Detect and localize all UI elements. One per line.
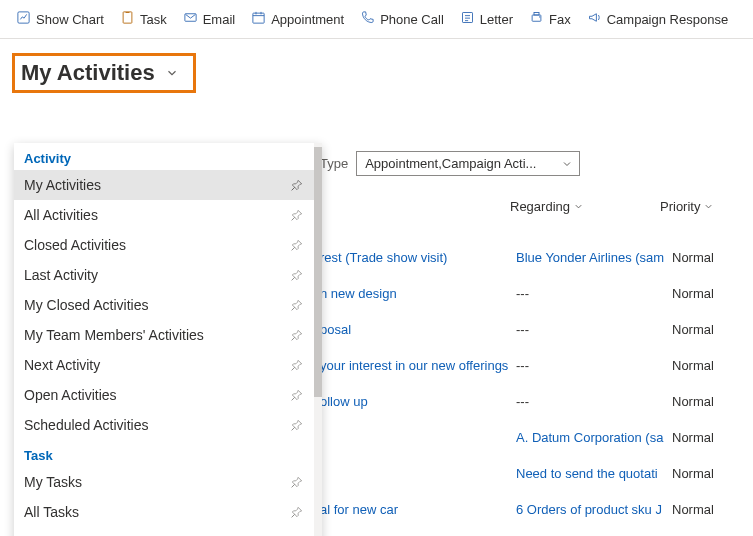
toolbar-label: Campaign Response (607, 12, 728, 27)
pin-icon[interactable] (290, 268, 304, 282)
cell-regarding[interactable]: Need to send the quotati (516, 466, 672, 481)
email-icon (183, 10, 198, 28)
toolbar-campaign-response[interactable]: Campaign Response (581, 7, 734, 31)
cell-regarding[interactable]: 6 Orders of product sku J (516, 502, 672, 517)
pin-icon[interactable] (290, 358, 304, 372)
cell-regarding: --- (516, 358, 672, 373)
cell-subject[interactable]: your interest in our new offerings (320, 358, 516, 373)
toolbar-label: Phone Call (380, 12, 444, 27)
phone-icon (360, 10, 375, 28)
view-option-label: Next Activity (24, 357, 100, 373)
pin-icon[interactable] (290, 208, 304, 222)
toolbar-label: Appointment (271, 12, 344, 27)
cell-subject[interactable]: ollow up (320, 394, 516, 409)
view-option[interactable]: All Tasks (14, 497, 314, 527)
campaign-icon (587, 10, 602, 28)
toolbar-phone-call[interactable]: Phone Call (354, 7, 450, 31)
cell-priority: Normal (672, 286, 742, 301)
activity-type-label: Type (320, 156, 348, 171)
cell-priority: Normal (672, 322, 742, 337)
activity-type-select[interactable]: Appointment,Campaign Acti... (356, 151, 580, 176)
view-group-header: Task (14, 440, 314, 467)
view-option[interactable]: My Tasks (14, 467, 314, 497)
view-option[interactable]: All Activities (14, 200, 314, 230)
column-header-priority-label: Priority (660, 199, 700, 214)
fax-icon (529, 10, 544, 28)
letter-icon (460, 10, 475, 28)
view-option[interactable]: My Closed Activities (14, 290, 314, 320)
cell-regarding[interactable]: A. Datum Corporation (sa (516, 430, 672, 445)
dropdown-scrollbar-track[interactable] (314, 143, 322, 536)
view-option[interactable]: Next Activity (14, 350, 314, 380)
cell-priority: Normal (672, 502, 742, 517)
command-bar: Show ChartTaskEmailAppointmentPhone Call… (0, 0, 753, 39)
pin-icon[interactable] (290, 505, 304, 519)
toolbar-task[interactable]: Task (114, 7, 173, 31)
view-option[interactable]: Last Activity (14, 260, 314, 290)
pin-icon[interactable] (290, 298, 304, 312)
view-option-label: Scheduled Activities (24, 417, 149, 433)
cell-regarding: --- (516, 322, 672, 337)
pin-icon[interactable] (290, 238, 304, 252)
cell-priority: Normal (672, 394, 742, 409)
toolbar-email[interactable]: Email (177, 7, 242, 31)
view-group-header: Phone Call (14, 527, 314, 536)
pin-icon[interactable] (290, 328, 304, 342)
svg-rect-1 (123, 12, 132, 23)
dropdown-scrollbar-thumb[interactable] (314, 147, 322, 397)
chevron-down-icon (573, 201, 584, 212)
view-option[interactable]: My Activities (14, 170, 314, 200)
toolbar-appointment[interactable]: Appointment (245, 7, 350, 31)
view-option-label: My Tasks (24, 474, 82, 490)
task-icon (120, 10, 135, 28)
chevron-down-icon (165, 66, 179, 80)
toolbar-label: Show Chart (36, 12, 104, 27)
toolbar-label: Task (140, 12, 167, 27)
view-option-label: My Team Members' Activities (24, 327, 204, 343)
svg-rect-5 (532, 15, 541, 21)
activity-type-value: Appointment,Campaign Acti... (365, 156, 536, 171)
view-option[interactable]: Scheduled Activities (14, 410, 314, 440)
view-option[interactable]: My Team Members' Activities (14, 320, 314, 350)
activity-type-filter-row: Type Appointment,Campaign Acti... (320, 151, 580, 176)
view-selector[interactable]: My Activities (12, 53, 196, 93)
cell-priority: Normal (672, 430, 742, 445)
svg-point-7 (539, 16, 540, 17)
cell-priority: Normal (672, 358, 742, 373)
cell-subject[interactable]: al for new car (320, 502, 516, 517)
svg-rect-3 (253, 13, 264, 23)
chevron-down-icon (561, 158, 573, 170)
column-header-subject[interactable] (320, 199, 510, 214)
view-option[interactable]: Open Activities (14, 380, 314, 410)
toolbar-label: Letter (480, 12, 513, 27)
cell-subject[interactable]: n new design (320, 286, 516, 301)
view-title-text: My Activities (21, 60, 165, 86)
toolbar-label: Email (203, 12, 236, 27)
toolbar-letter[interactable]: Letter (454, 7, 519, 31)
view-option[interactable]: Closed Activities (14, 230, 314, 260)
cell-regarding: --- (516, 286, 672, 301)
column-header-regarding[interactable]: Regarding (510, 199, 660, 214)
cell-subject[interactable]: rest (Trade show visit) (320, 250, 516, 265)
pin-icon[interactable] (290, 178, 304, 192)
toolbar-fax[interactable]: Fax (523, 7, 577, 31)
view-option-label: All Activities (24, 207, 98, 223)
cell-regarding[interactable]: Blue Yonder Airlines (sam (516, 250, 672, 265)
view-title-area: My Activities (0, 39, 753, 99)
pin-icon[interactable] (290, 418, 304, 432)
view-dropdown-body: ActivityMy ActivitiesAll ActivitiesClose… (14, 143, 314, 536)
view-selector-dropdown: ActivityMy ActivitiesAll ActivitiesClose… (14, 143, 322, 536)
toolbar-label: Fax (549, 12, 571, 27)
view-option-label: My Closed Activities (24, 297, 148, 313)
pin-icon[interactable] (290, 388, 304, 402)
view-option-label: All Tasks (24, 504, 79, 520)
view-option-label: Closed Activities (24, 237, 126, 253)
toolbar-show-chart[interactable]: Show Chart (10, 7, 110, 31)
column-header-priority[interactable]: Priority (660, 199, 714, 214)
cell-subject[interactable]: posal (320, 322, 516, 337)
pin-icon[interactable] (290, 475, 304, 489)
chart-icon (16, 10, 31, 28)
svg-rect-6 (534, 13, 539, 16)
cell-priority: Normal (672, 250, 742, 265)
view-option-label: My Activities (24, 177, 101, 193)
